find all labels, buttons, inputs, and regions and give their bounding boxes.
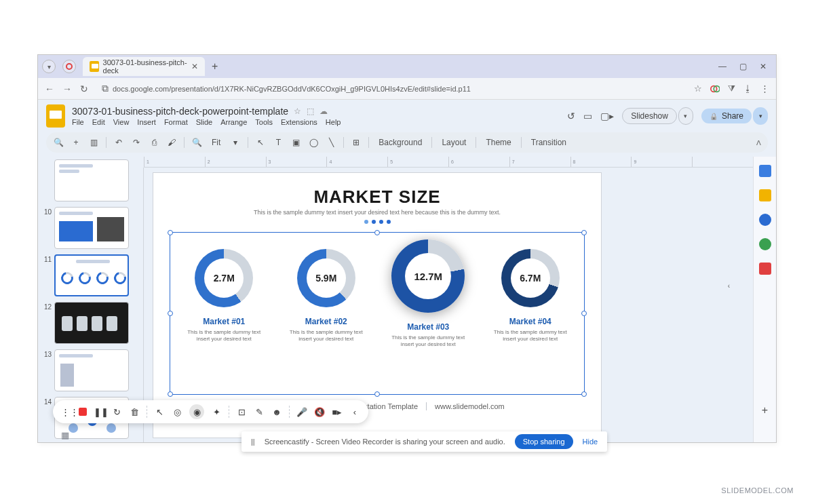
- zoom-icon[interactable]: 🔍: [191, 138, 202, 147]
- new-slide-icon[interactable]: +: [71, 138, 81, 147]
- url-field[interactable]: ⧉ docs.google.com/presentation/d/1X7RK-N…: [96, 81, 686, 96]
- slide-canvas[interactable]: MARKET SIZE This is the sample dummy tex…: [153, 173, 601, 438]
- comment-add-icon[interactable]: ⊞: [351, 138, 362, 147]
- selection-frame[interactable]: 2.7M Market #01 This is the sample dummy…: [170, 232, 585, 395]
- eraser-icon[interactable]: ✎: [254, 407, 265, 417]
- canvas-area[interactable]: 123456789 MARKET SIZE This is the sample…: [133, 157, 753, 442]
- maximize-button[interactable]: ▢: [738, 62, 748, 71]
- stop-record-icon[interactable]: [79, 408, 87, 416]
- pause-icon[interactable]: ❚❚: [94, 407, 104, 417]
- paint-format-icon[interactable]: 🖌: [166, 138, 177, 147]
- close-tab-icon[interactable]: ✕: [191, 62, 198, 71]
- menu-extensions[interactable]: Extensions: [281, 118, 317, 126]
- theme-button[interactable]: Theme: [483, 138, 513, 147]
- market-block-1[interactable]: 2.7M Market #01 This is the sample dummy…: [182, 249, 266, 389]
- recording-icon[interactable]: [62, 60, 76, 73]
- spotlight-icon[interactable]: ◉: [189, 404, 204, 419]
- cloud-status-icon[interactable]: ☁: [319, 106, 328, 116]
- webcam-icon[interactable]: ■▸: [332, 407, 343, 417]
- hide-banner-link[interactable]: Hide: [583, 438, 598, 446]
- line-icon[interactable]: ╲: [326, 138, 336, 147]
- tasks-icon[interactable]: [759, 214, 771, 226]
- select-tool-icon[interactable]: ↖: [255, 138, 266, 147]
- emoji-icon[interactable]: ☻: [271, 407, 282, 417]
- star-icon[interactable]: ☆: [294, 106, 301, 116]
- textbox-icon[interactable]: T: [273, 138, 284, 147]
- image-icon[interactable]: ▣: [290, 138, 301, 147]
- redo-icon[interactable]: ↷: [131, 138, 142, 147]
- menu-help[interactable]: Help: [326, 118, 341, 126]
- background-button[interactable]: Background: [376, 138, 425, 147]
- zoom-level[interactable]: Fit: [209, 138, 223, 147]
- slide-thumb[interactable]: [54, 302, 129, 344]
- share-dropdown[interactable]: ▾: [753, 107, 768, 125]
- new-slide-layout-icon[interactable]: ▥: [88, 138, 99, 147]
- menu-tools[interactable]: Tools: [255, 118, 273, 126]
- comments-icon[interactable]: ▭: [583, 111, 592, 121]
- drag-handle-icon[interactable]: ⋮⋮: [61, 407, 72, 417]
- history-icon[interactable]: ↺: [567, 111, 575, 121]
- collapse-bar-icon[interactable]: ‹: [349, 407, 360, 417]
- slideshow-dropdown[interactable]: ▾: [678, 107, 693, 125]
- browser-menu-icon[interactable]: ⋮: [760, 83, 769, 94]
- click-highlight-icon[interactable]: ◎: [172, 407, 182, 417]
- slide-thumb[interactable]: [54, 159, 129, 201]
- cursor-icon[interactable]: ↖: [154, 407, 165, 417]
- market-block-4[interactable]: 6.7M Market #04 This is the sample dummy…: [489, 249, 573, 389]
- menu-view[interactable]: View: [113, 118, 130, 126]
- minimize-button[interactable]: —: [718, 62, 727, 71]
- menu-arrange[interactable]: Arrange: [220, 118, 247, 126]
- collapse-toolbar-icon[interactable]: ᐱ: [756, 139, 761, 147]
- doc-title[interactable]: 30073-01-business-pitch-deck-powerpoint-…: [72, 106, 288, 117]
- addons-icon[interactable]: +: [762, 404, 768, 416]
- bookmark-icon[interactable]: ☆: [694, 83, 702, 94]
- stop-sharing-button[interactable]: Stop sharing: [515, 434, 573, 449]
- menu-slide[interactable]: Slide: [196, 118, 212, 126]
- nav-forward-icon[interactable]: →: [62, 83, 72, 94]
- delete-icon[interactable]: 🗑: [129, 407, 140, 417]
- screencast-toolbar[interactable]: ⋮⋮ ❚❚ ↻ 🗑 ↖ ◎ ◉ ✦ ⊡ ✎ ☻ 🎤 🔇 ■▸ ‹: [53, 400, 368, 423]
- tab-search-icon[interactable]: ▾: [42, 60, 56, 73]
- slide-subtitle[interactable]: This is the sample dummy text insert you…: [170, 209, 585, 216]
- contacts-icon[interactable]: [759, 238, 771, 250]
- browser-tab[interactable]: 30073-01-business-pitch-deck ✕: [83, 57, 205, 76]
- close-window-button[interactable]: ✕: [758, 62, 768, 71]
- extensions-icon[interactable]: ⧩: [728, 83, 735, 94]
- expand-sidepanel-icon[interactable]: ‹: [728, 282, 730, 290]
- restart-icon[interactable]: ↻: [111, 407, 122, 417]
- slide-panel[interactable]: 10 11 12 13 14: [38, 157, 133, 442]
- calendar-icon[interactable]: [759, 165, 771, 177]
- new-tab-button[interactable]: +: [212, 60, 218, 73]
- grid-view-icon[interactable]: ▦: [61, 430, 69, 440]
- market-block-3[interactable]: 12.7M Market #03 This is the sample dumm…: [387, 239, 470, 389]
- share-button[interactable]: Share: [701, 109, 752, 123]
- slideshow-button[interactable]: Slideshow: [622, 108, 677, 124]
- market-block-2[interactable]: 5.9M Market #02 This is the sample dummy…: [285, 249, 368, 389]
- print-icon[interactable]: ⎙: [149, 138, 159, 147]
- slide-thumb[interactable]: [54, 207, 129, 249]
- slides-logo-icon[interactable]: [46, 104, 65, 128]
- nav-back-icon[interactable]: ←: [45, 83, 54, 94]
- menu-format[interactable]: Format: [164, 118, 188, 126]
- layout-button[interactable]: Layout: [439, 138, 469, 147]
- audio-off-icon[interactable]: 🔇: [314, 407, 325, 417]
- slide-title[interactable]: MARKET SIZE: [170, 187, 585, 208]
- shape-icon[interactable]: ◯: [308, 138, 319, 147]
- zoom-dropdown-icon[interactable]: ▾: [230, 138, 241, 147]
- downloads-icon[interactable]: ⭳: [743, 83, 752, 94]
- maps-icon[interactable]: [759, 263, 771, 275]
- menu-edit[interactable]: Edit: [92, 118, 105, 126]
- confetti-icon[interactable]: ✦: [211, 407, 222, 417]
- menu-file[interactable]: File: [72, 118, 84, 126]
- transition-button[interactable]: Transition: [528, 138, 569, 147]
- meet-icon[interactable]: ▢▸: [600, 111, 614, 121]
- undo-icon[interactable]: ↶: [113, 138, 124, 147]
- slide-thumb[interactable]: [54, 349, 129, 391]
- move-folder-icon[interactable]: ⬚: [307, 106, 314, 116]
- menu-insert[interactable]: Insert: [137, 118, 156, 126]
- search-menus-icon[interactable]: 🔍: [53, 138, 64, 147]
- slide-thumb-selected[interactable]: [54, 254, 129, 296]
- screencastify-ext-icon[interactable]: [710, 84, 720, 94]
- site-info-icon[interactable]: ⧉: [102, 83, 109, 94]
- mic-icon[interactable]: 🎤: [296, 407, 307, 417]
